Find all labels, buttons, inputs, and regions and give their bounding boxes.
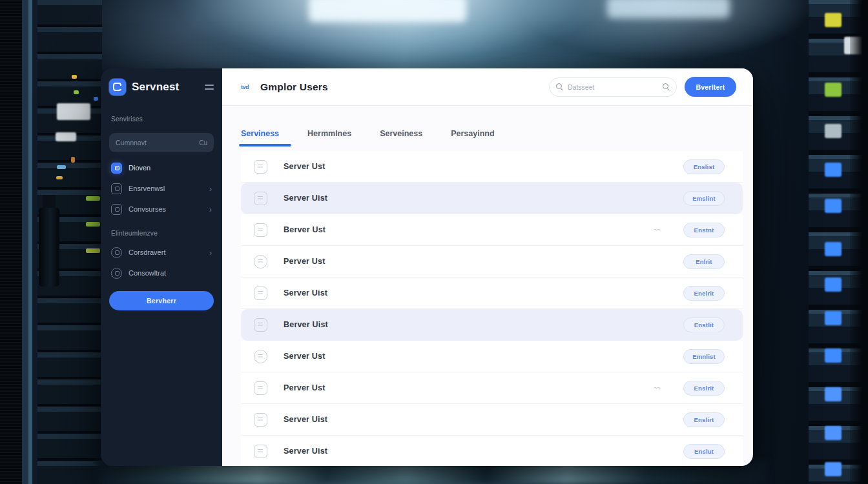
server-name: Perver Ust [284,257,326,266]
tab-label: Persayinnd [451,129,494,138]
table-row[interactable]: Server Uist Emslint [241,183,743,214]
tab-persayinnd[interactable]: Persayinnd [451,129,494,145]
sidebar-search-hint: Cu [199,139,207,146]
row-action-button[interactable]: Enstlit [683,318,725,332]
sidebar-primary-button[interactable]: Bervherr [109,291,214,310]
led-blue [825,242,842,256]
main-content: Serviness Hermmlnes Serveiness Persayinn… [222,106,753,466]
led-green-strip [86,222,100,227]
tab-label: Serveiness [380,129,422,138]
tab-bar: Serviness Hermmlnes Serveiness Persayinn… [241,129,743,145]
led-blue [825,426,842,440]
rack-label [57,103,90,120]
row-action-button[interactable]: Enslirt [683,412,725,427]
server-name: Server Uist [284,194,327,203]
sidebar-item-label: Consowltrat [129,269,166,277]
table-row[interactable]: Server Ust Emnlist [241,341,743,372]
active-tab-underline [239,144,291,146]
chevron-right-icon: › [209,185,212,193]
rack-label [56,132,76,141]
table-row[interactable]: Server Uist Enelrit [241,277,743,309]
logo-text: Servnest [132,81,179,94]
led-gray [825,124,842,138]
header-primary-button[interactable]: Bverltert [685,77,736,97]
sidebar-item-label: Convsurses [129,205,166,213]
table-row[interactable]: Perver Ust Enlrit [241,246,743,277]
server-icon [254,445,267,458]
tab-label: Serviness [241,129,279,138]
row-action-button[interactable]: Enstnt [683,223,725,237]
led-blue [825,311,842,325]
led-blue [825,348,842,363]
table-row[interactable]: Server Uist Enslirt [241,404,743,436]
row-action-button[interactable]: Enlrit [683,254,725,269]
chevron-right-icon: › [209,248,212,257]
row-action-button[interactable]: Emslint [683,191,725,206]
sidebar-search-input[interactable]: Cumnnavt Cu [109,133,214,152]
rack-door-handle [39,208,59,287]
row-note: ~~ [654,385,660,392]
table-row[interactable]: Server Ust Enslist [241,151,743,183]
server-name: Berver Ust [284,225,326,234]
row-action-button[interactable]: Enslut [683,444,725,459]
server-icon [254,255,267,268]
row-action-button[interactable]: Enslrit [683,381,725,396]
tab-serveiness[interactable]: Serveiness [380,129,422,145]
square-icon [111,163,122,174]
server-icon [254,223,267,237]
app-window: Servnest Senvlrises Cumnnavt Cu Dioven E… [101,68,753,466]
hamburger-icon[interactable] [205,85,214,90]
logo: Servnest [109,78,214,96]
header-search-placeholder: Datsseet [568,83,594,91]
row-action-button[interactable]: Enslist [683,159,725,174]
sidebar-item-consowltrat[interactable]: Consowltrat [109,263,214,283]
table-row[interactable]: Server Uist Enslut [241,436,743,466]
sidebar-item-label: Dioven [129,164,150,172]
search-icon [663,83,670,90]
sidebar-section-label: Elinteumlenzve [111,230,212,237]
led-blue [825,462,842,476]
table-row[interactable]: Perver Ust ~~ Enslrit [241,372,743,404]
sidebar-section-label: Senvlrises [111,116,212,123]
server-name: Berver Uist [284,320,328,329]
table-row[interactable]: Berver Ust ~~ Enstnt [241,214,743,246]
table-row[interactable]: Berver Uist Enstlit [241,309,743,341]
server-icon [254,350,267,363]
square-icon [111,247,122,258]
led-green-strip [86,248,100,253]
search-icon [556,83,563,90]
tab-serviness[interactable]: Serviness [241,129,279,145]
sidebar-item-corsdravert[interactable]: Corsdravert › [109,242,214,263]
ceiling-light [607,0,730,18]
server-icon [254,287,267,300]
sidebar-item-label: Ensrvenwsl [129,185,165,192]
logo-icon [109,79,126,96]
header-glyph-icon[interactable]: tvd [241,84,249,90]
led-blue [825,199,842,213]
server-name: Server Ust [284,162,326,171]
sidebar-search-placeholder: Cumnnavt [116,139,147,146]
chevron-right-icon: › [209,205,212,214]
sidebar-nav-secondary: Corsdravert › Consowltrat [109,242,214,283]
sidebar-item-ensrvenwsl[interactable]: Ensrvenwsl › [109,178,214,199]
row-note: ~~ [654,227,660,234]
sidebar-item-dioven[interactable]: Dioven [109,157,214,178]
square-icon [111,204,122,215]
tab-label: Hermmlnes [307,129,351,138]
ceiling-light [309,0,466,22]
led-green-strip [86,196,100,201]
server-name: Server Ust [284,352,326,361]
row-action-button[interactable]: Enelrit [683,286,725,301]
row-action-button[interactable]: Emnlist [683,349,725,364]
led-green [74,90,79,94]
server-icon [254,192,267,205]
server-icon [254,160,267,174]
led-blue [825,163,842,177]
tab-hermmlnes[interactable]: Hermmlnes [307,129,351,145]
page-title: Gmplor Users [260,81,328,93]
sidebar: Servnest Senvlrises Cumnnavt Cu Dioven E… [101,68,222,466]
server-name: Server Uist [284,447,327,456]
sidebar-item-convsurses[interactable]: Convsurses › [109,199,214,219]
server-name: Server Uist [284,415,327,424]
header-search-input[interactable]: Datsseet [549,77,677,97]
